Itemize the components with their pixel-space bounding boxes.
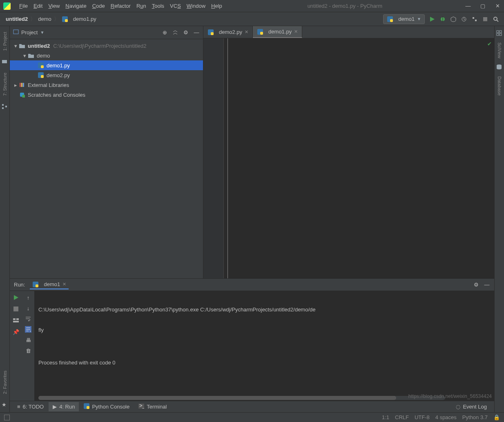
menu-file[interactable]: File	[16, 1, 31, 11]
horizontal-scrollbar[interactable]	[38, 396, 445, 400]
menu-refactor[interactable]: Refactor	[108, 1, 134, 11]
profile-button[interactable]	[461, 16, 467, 22]
rerun-button[interactable]	[13, 294, 19, 301]
menu-window[interactable]: Window	[184, 1, 208, 11]
svg-rect-30	[260, 32, 263, 35]
coverage-button[interactable]	[450, 16, 457, 22]
close-tab-icon[interactable]: ✕	[294, 29, 298, 34]
run-tab-label: demo1	[44, 281, 60, 287]
collapse-all-icon[interactable]	[172, 29, 178, 36]
run-button[interactable]	[429, 16, 435, 22]
python-interpreter[interactable]: Python 3.7	[462, 414, 488, 420]
maximize-button[interactable]: ▢	[479, 3, 486, 9]
hide-panel-icon[interactable]: ―	[193, 29, 200, 36]
concurrency-button[interactable]	[471, 16, 478, 22]
python-console-tab[interactable]: Python Console	[80, 402, 134, 412]
minimize-button[interactable]: ―	[465, 3, 471, 9]
run-tab[interactable]: ▶ 4: Run	[49, 402, 79, 411]
stop-button[interactable]	[13, 306, 19, 312]
menu-view[interactable]: View	[45, 1, 62, 11]
editor-body[interactable]: ✔	[203, 38, 494, 278]
gear-icon[interactable]: ⚙	[473, 282, 479, 288]
file-encoding[interactable]: UTF-8	[415, 414, 430, 420]
tool-window-toggle-icon[interactable]	[4, 415, 10, 420]
expand-arrow-icon[interactable]: ▾	[21, 53, 28, 59]
stop-button[interactable]	[482, 16, 488, 22]
down-arrow-icon[interactable]: ↓	[25, 305, 31, 311]
database-icon[interactable]	[496, 64, 503, 71]
folder-icon	[2, 58, 8, 65]
search-everywhere-button[interactable]	[493, 16, 499, 22]
sciview-tool-tab[interactable]: SciView	[497, 41, 502, 60]
layout-icon[interactable]	[13, 317, 19, 324]
status-bar: 1:1 CRLF UTF-8 4 spaces Python 3.7 🔒	[0, 412, 504, 422]
svg-rect-9	[475, 20, 477, 21]
scroll-to-end-icon[interactable]	[25, 326, 31, 333]
tree-folder-demo[interactable]: ▾ demo	[10, 51, 203, 60]
indent-setting[interactable]: 4 spaces	[435, 414, 457, 420]
menu-run[interactable]: Run	[134, 1, 149, 11]
run-title: Run:	[14, 282, 25, 288]
structure-tool-tab[interactable]: 7: Structure	[2, 71, 7, 98]
caret-position[interactable]: 1:1	[382, 414, 389, 420]
svg-rect-13	[2, 60, 7, 63]
scrollbar-thumb[interactable]	[38, 396, 396, 400]
project-panel-title[interactable]: Project	[21, 29, 38, 36]
menu-tools[interactable]: Tools	[149, 1, 167, 11]
menu-help[interactable]: Help	[208, 1, 225, 11]
event-log-tab[interactable]: ◌ Event Log	[452, 402, 491, 411]
expand-arrow-icon[interactable]: ▸	[12, 82, 19, 88]
tree-scratches[interactable]: Scratches and Consoles	[10, 90, 203, 100]
tree-file-demo2[interactable]: demo2.py	[10, 70, 203, 80]
locate-icon[interactable]: ⊕	[161, 29, 168, 36]
bottom-tool-tabs: ≡ 6: TODO ▶ 4: Run Python Console >_ Ter…	[10, 401, 494, 412]
run-output[interactable]: C:\Users\wdj\AppData\Local\Programs\Pyth…	[34, 291, 494, 401]
close-button[interactable]: ✕	[494, 3, 501, 9]
editor-gutter	[203, 38, 224, 278]
libraries-icon	[19, 82, 25, 88]
close-tab-icon[interactable]: ✕	[62, 282, 66, 287]
breadcrumb-file[interactable]: demo1.py	[73, 16, 96, 22]
svg-rect-3	[390, 19, 393, 22]
editor-tab-demo1[interactable]: demo1.py ✕	[253, 26, 302, 38]
tree-root[interactable]: ▾ untitled2 C:\Users\wdj\PycharmProjects…	[10, 41, 203, 51]
print-icon[interactable]: 🖶	[25, 337, 31, 343]
todo-tab[interactable]: ≡ 6: TODO	[13, 402, 48, 411]
tab-label: demo2.py	[219, 29, 242, 35]
menu-navigate[interactable]: Navigate	[62, 1, 89, 11]
folder-name: demo	[37, 53, 50, 59]
breadcrumb-folder[interactable]: demo	[38, 16, 51, 22]
project-view-icon	[13, 29, 19, 36]
menu-edit[interactable]: Edit	[31, 1, 45, 11]
inspection-ok-icon[interactable]: ✔	[487, 41, 492, 47]
lock-icon[interactable]: 🔒	[493, 414, 500, 420]
pin-icon[interactable]: 📌	[13, 329, 19, 335]
run-configuration-selector[interactable]: demo1 ▼	[383, 14, 425, 24]
line-separator[interactable]: CRLF	[395, 414, 409, 420]
run-session-tab[interactable]: demo1 ✕	[30, 280, 69, 289]
close-tab-icon[interactable]: ✕	[245, 29, 248, 35]
menu-vcs[interactable]: VCS	[167, 1, 184, 11]
folder-icon	[19, 42, 25, 49]
expand-arrow-icon[interactable]: ▾	[12, 43, 19, 49]
terminal-tab[interactable]: >_ Terminal	[134, 402, 171, 411]
grid-icon[interactable]	[496, 30, 503, 37]
debug-button[interactable]	[439, 16, 446, 22]
tree-external-libraries[interactable]: ▸ External Libraries	[10, 80, 203, 90]
list-icon: ≡	[17, 404, 20, 410]
favorites-tool-tab[interactable]: 2: Favorites	[2, 369, 7, 395]
trash-icon[interactable]: 🗑	[25, 347, 31, 354]
run-config-name: demo1	[398, 16, 415, 22]
hide-panel-icon[interactable]: ―	[484, 282, 490, 288]
project-tool-tab[interactable]: 1: Project	[2, 30, 7, 52]
dropdown-arrow-icon[interactable]: ▼	[40, 30, 44, 35]
breadcrumb-root[interactable]: untitled2	[6, 16, 28, 22]
gear-icon[interactable]: ⚙	[183, 29, 189, 36]
database-tool-tab[interactable]: Database	[497, 75, 502, 97]
svg-point-48	[497, 68, 502, 69]
menu-code[interactable]: Code	[89, 1, 108, 11]
tree-file-demo1[interactable]: demo1.py	[10, 60, 203, 70]
up-arrow-icon[interactable]: ↑	[25, 294, 31, 301]
editor-tab-demo2[interactable]: demo2.py ✕	[203, 26, 253, 38]
soft-wrap-icon[interactable]	[25, 315, 31, 322]
